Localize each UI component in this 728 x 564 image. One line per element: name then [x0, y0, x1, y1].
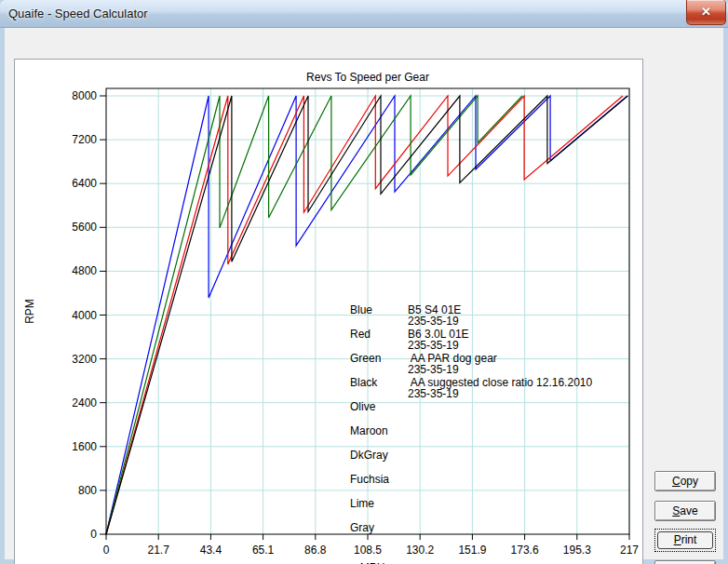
- x-tick-label: 217: [620, 544, 639, 557]
- y-tick-label: 7200: [72, 133, 97, 146]
- y-tick-label: 1600: [72, 440, 97, 453]
- x-tick-label: 43.4: [200, 544, 222, 557]
- x-tick-label: 151.9: [458, 544, 486, 557]
- y-tick-label: 800: [78, 484, 97, 497]
- y-tick-label: 0: [90, 528, 97, 541]
- legend-color-name: Fuchsia: [350, 473, 389, 486]
- revs-to-speed-chart: 0800160024003200400048005600640072008000…: [15, 60, 642, 564]
- x-tick-label: 130.2: [406, 544, 434, 557]
- y-tick-label: 6400: [72, 177, 97, 190]
- print-button[interactable]: Print: [654, 529, 716, 552]
- print-label-key: P: [674, 533, 681, 546]
- save-label-post: ave: [680, 504, 697, 517]
- exit-button[interactable]: Exit: [654, 560, 716, 564]
- legend-color-name: Red: [350, 328, 371, 341]
- legend-color-name: Black: [350, 376, 378, 389]
- legend-color-name: DkGray: [350, 449, 388, 462]
- print-label-post: rint: [681, 533, 697, 546]
- y-tick-label: 8000: [72, 89, 97, 102]
- x-tick-label: 0: [103, 544, 110, 557]
- dialog-body: 0800160024003200400048005600640072008000…: [5, 28, 723, 559]
- legend-tire: 235-35-19: [408, 387, 459, 400]
- y-tick-label: 2400: [72, 396, 97, 410]
- copy-label-post: opy: [681, 475, 698, 488]
- legend-color-name: Olive: [350, 400, 376, 413]
- legend-color-name: Gray: [350, 521, 374, 534]
- y-axis-label: RPM: [23, 299, 36, 324]
- close-icon: ✕: [701, 5, 711, 19]
- legend-tire: 235-35-19: [408, 339, 459, 352]
- x-tick-label: 21.7: [148, 544, 170, 557]
- y-tick-label: 3200: [72, 353, 97, 366]
- legend-color-name: Green: [350, 352, 381, 365]
- copy-button[interactable]: Copy: [654, 471, 716, 491]
- legend-tire: 235-35-19: [408, 315, 459, 328]
- legend-color-name: Blue: [350, 303, 372, 316]
- chart-title: Revs To Speed per Gear: [306, 71, 429, 84]
- x-tick-label: 65.1: [252, 544, 275, 557]
- save-button[interactable]: Save: [654, 501, 716, 521]
- title-bar[interactable]: Quaife - Speed Calculator ✕: [0, 0, 728, 28]
- y-tick-label: 4800: [72, 264, 97, 277]
- x-tick-label: 195.3: [563, 544, 591, 557]
- chart-panel: 0800160024003200400048005600640072008000…: [14, 59, 643, 564]
- x-tick-label: 86.8: [304, 544, 327, 557]
- copy-label-key: C: [672, 475, 681, 488]
- legend-color-name: Maroon: [350, 424, 388, 437]
- y-tick-label: 5600: [72, 221, 97, 234]
- x-tick-label: 173.6: [511, 544, 539, 557]
- window-title: Quaife - Speed Calculator: [8, 7, 148, 20]
- application-window: { "window": { "title": "Quaife - Speed C…: [0, 0, 728, 564]
- legend-color-name: Lime: [350, 497, 374, 510]
- y-tick-label: 4000: [72, 309, 97, 322]
- close-button[interactable]: ✕: [686, 0, 726, 25]
- x-tick-label: 108.5: [354, 544, 382, 557]
- legend-tire: 235-35-19: [408, 363, 459, 376]
